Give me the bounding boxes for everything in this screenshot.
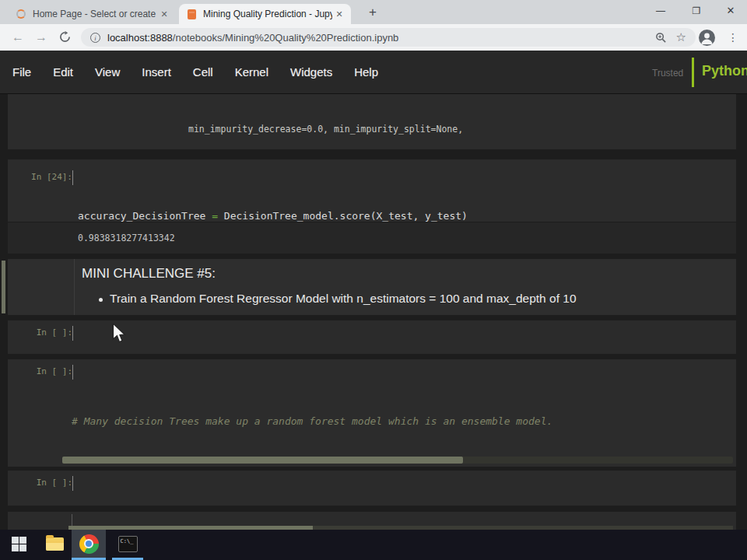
- file-explorer-button[interactable]: [40, 530, 68, 558]
- kernel-name: Python: [702, 63, 747, 79]
- menu-cell[interactable]: Cell: [193, 65, 213, 79]
- terminal-icon: C:\_: [118, 536, 138, 552]
- cell-24-output: 0.9838318277413342: [8, 222, 736, 254]
- browser-menu-icon[interactable]: ⋮: [725, 30, 741, 45]
- cell-divider: [72, 326, 73, 341]
- cell-divider: [72, 514, 72, 527]
- jupyter-menubar: File Edit View Insert Cell Kernel Widget…: [0, 51, 747, 94]
- bullet-marker: [99, 298, 103, 302]
- input-prompt: In [ ]:: [8, 471, 72, 506]
- folder-icon: [46, 537, 64, 551]
- menu-help[interactable]: Help: [354, 65, 378, 79]
- output-line: min_impurity_decrease=0.0, min_impurity_…: [188, 123, 736, 136]
- jupyter-logo-icon: [16, 9, 26, 19]
- notebook-area: min_impurity_decrease=0.0, min_impurity_…: [0, 94, 747, 530]
- cell-divider: [74, 259, 75, 315]
- code-editor[interactable]: accuracy_DecisionTree = DecisionTree_mod…: [73, 159, 468, 222]
- menu-view[interactable]: View: [95, 65, 120, 79]
- url-host: localhost:8888: [107, 32, 173, 44]
- menu-items: File Edit View Insert Cell Kernel Widget…: [0, 51, 747, 93]
- windows-logo-icon: [12, 537, 26, 551]
- comment-line: # Many decision Trees make up a random f…: [72, 411, 699, 431]
- trusted-badge: Trusted: [652, 68, 683, 79]
- browser-tab-strip: Home Page - Select or create a n ✕ Minin…: [0, 0, 747, 24]
- input-prompt: In [ ]:: [8, 320, 72, 354]
- menu-edit[interactable]: Edit: [53, 65, 73, 79]
- previous-cell-output: min_impurity_decrease=0.0, min_impurity_…: [8, 94, 736, 149]
- code-text: DecisionTree_model.score(X_test, y_test): [218, 210, 468, 222]
- tab-close-icon[interactable]: ✕: [157, 9, 171, 19]
- refresh-icon: [59, 31, 71, 43]
- window-minimize-button[interactable]: —: [647, 0, 674, 22]
- cell-divider: [72, 476, 73, 491]
- horizontal-scrollbar[interactable]: [62, 457, 733, 464]
- partial-cell-bottom[interactable]: [8, 512, 736, 530]
- url-path: /notebooks/Mining%20Quality%20Prediction…: [173, 32, 399, 44]
- menu-kernel[interactable]: Kernel: [235, 65, 268, 79]
- refresh-button[interactable]: [56, 31, 73, 47]
- kernel-indicator-bar: [692, 58, 694, 87]
- forward-button[interactable]: →: [33, 30, 50, 45]
- browser-toolbar: ← → i localhost:8888/notebooks/Mining%20…: [0, 24, 747, 51]
- zoom-icon[interactable]: [655, 32, 667, 44]
- chrome-taskbar-button[interactable]: [72, 530, 106, 558]
- selected-cell-indicator: [2, 261, 5, 313]
- mouse-cursor: [110, 324, 128, 344]
- scrollbar-thumb[interactable]: [62, 457, 463, 464]
- markdown-cell[interactable]: MINI CHALLENGE #5: Train a Random Forest…: [8, 259, 736, 315]
- input-prompt: In [ ]:: [8, 359, 72, 467]
- challenge-bullet-text: Train a Random Forest Regressor Model wi…: [110, 292, 577, 306]
- window-close-button[interactable]: ✕: [717, 0, 744, 22]
- tab-title: Home Page - Select or create a n: [33, 9, 157, 19]
- code-cell-24[interactable]: In [24]: accuracy_DecisionTree = Decisio…: [8, 159, 736, 222]
- tab-home-page[interactable]: Home Page - Select or create a n ✕: [8, 4, 176, 24]
- notebook-file-icon: [188, 9, 196, 19]
- input-prompt: In [24]:: [8, 159, 72, 222]
- profile-avatar-icon[interactable]: [699, 30, 715, 46]
- chrome-icon: [79, 534, 99, 554]
- challenge-heading: MINI CHALLENGE #5:: [82, 266, 216, 282]
- back-button[interactable]: ←: [9, 30, 26, 45]
- start-button[interactable]: [5, 530, 33, 558]
- desktop-screen: Home Page - Select or create a n ✕ Minin…: [0, 0, 747, 560]
- address-bar[interactable]: i localhost:8888/notebooks/Mining%20Qual…: [81, 28, 696, 47]
- empty-code-cell-2[interactable]: In [ ]:: [8, 471, 736, 506]
- tab-mining-notebook[interactable]: Mining Quality Prediction - Jupy ✕: [179, 4, 351, 24]
- menu-widgets[interactable]: Widgets: [290, 65, 332, 79]
- comments-code-cell[interactable]: In [ ]: # Many decision Trees make up a …: [8, 359, 736, 467]
- menu-file[interactable]: File: [12, 65, 31, 79]
- page-info-icon[interactable]: i: [90, 33, 100, 43]
- window-maximize-button[interactable]: ❐: [683, 0, 710, 22]
- bookmark-star-icon[interactable]: ☆: [676, 30, 686, 44]
- tab-title: Mining Quality Prediction - Jupy: [203, 9, 332, 19]
- operator: =: [212, 210, 218, 222]
- code-text: accuracy_DecisionTree: [78, 210, 212, 222]
- menu-insert[interactable]: Insert: [142, 65, 171, 79]
- windows-taskbar: C:\_: [0, 530, 747, 560]
- url-text[interactable]: localhost:8888/notebooks/Mining%20Qualit…: [107, 32, 655, 44]
- terminal-taskbar-button[interactable]: C:\_: [112, 530, 143, 558]
- person-icon: [699, 30, 715, 46]
- tab-close-icon[interactable]: ✕: [332, 9, 346, 19]
- new-tab-button[interactable]: +: [363, 3, 383, 22]
